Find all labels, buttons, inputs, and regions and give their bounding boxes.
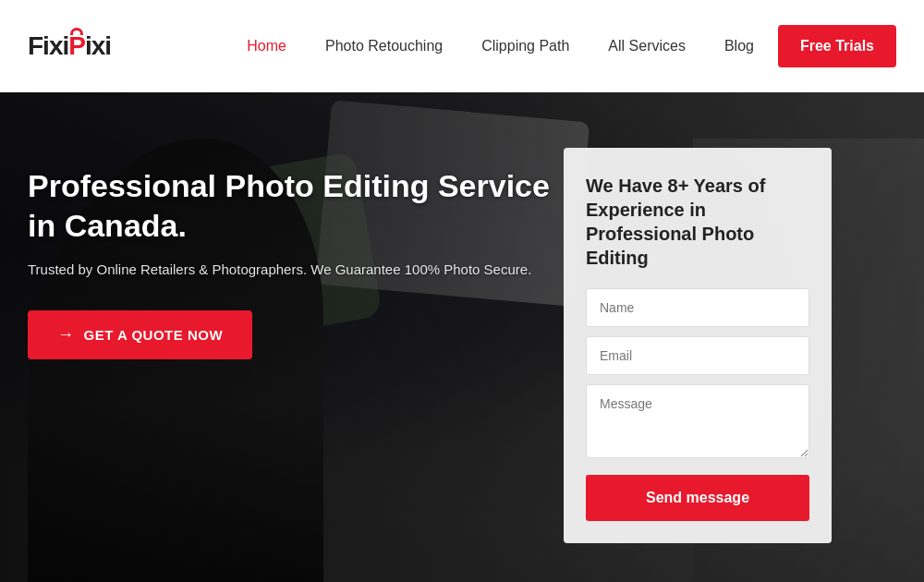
hero-subtext: Trusted by Online Retailers & Photograph… (28, 261, 564, 277)
logo[interactable]: FixiPixi (28, 31, 111, 61)
hero-heading: Professional Photo Editing Service in Ca… (28, 166, 564, 245)
message-input[interactable] (586, 384, 809, 458)
logo-text: FixiPixi (28, 31, 111, 60)
nav-all-services[interactable]: All Services (593, 30, 700, 62)
get-quote-button[interactable]: → GET A QUOTE NOW (28, 310, 252, 359)
main-nav: Home Photo Retouching Clipping Path All … (232, 25, 896, 67)
get-quote-label: GET A QUOTE NOW (84, 327, 224, 343)
hero-section: Professional Photo Editing Service in Ca… (0, 92, 924, 582)
nav-blog[interactable]: Blog (710, 30, 769, 62)
free-trials-button[interactable]: Free Trials (778, 25, 896, 67)
email-input[interactable] (586, 336, 809, 375)
nav-home[interactable]: Home (232, 30, 301, 62)
hero-left-content: Professional Photo Editing Service in Ca… (28, 139, 564, 359)
nav-clipping-path[interactable]: Clipping Path (467, 30, 584, 62)
send-message-button[interactable]: Send message (586, 475, 809, 521)
contact-card: We Have 8+ Years of Experience in Profes… (564, 148, 832, 543)
contact-card-heading: We Have 8+ Years of Experience in Profes… (586, 174, 809, 270)
nav-photo-retouching[interactable]: Photo Retouching (310, 30, 457, 62)
hero-content: Professional Photo Editing Service in Ca… (0, 92, 924, 582)
header: FixiPixi Home Photo Retouching Clipping … (0, 0, 924, 92)
name-input[interactable] (586, 288, 809, 327)
arrow-icon: → (57, 325, 75, 345)
